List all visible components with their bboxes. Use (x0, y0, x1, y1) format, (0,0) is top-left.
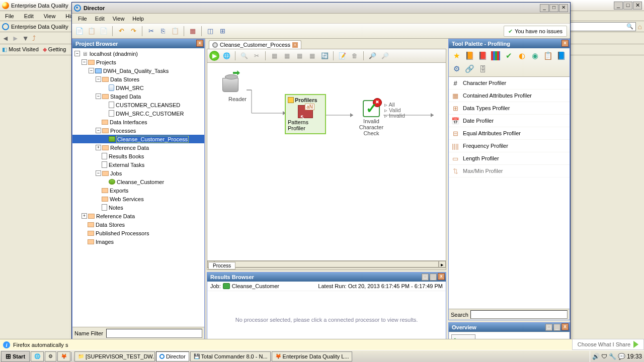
audit-icon[interactable]: ✔ (503, 50, 515, 62)
project-browser-close-button[interactable]: x (196, 40, 203, 47)
note-icon[interactable]: 📝 (337, 50, 348, 61)
system-tray[interactable]: 🔊 🛡 🔧 💬 19:33 (590, 351, 644, 362)
palette-search-input[interactable] (470, 310, 568, 319)
tool-item[interactable]: ⇅Max/Min Profiler (449, 165, 570, 177)
tree-cust-cleansed[interactable]: CUSTOMER_CLEANSED (72, 101, 204, 109)
firefox-close-button[interactable]: ✕ (633, 2, 642, 10)
process-canvas[interactable]: Reader Profilers ↖ Patterns Profiler Inv… (207, 63, 446, 261)
tray-icon[interactable]: 🛡 (601, 353, 607, 360)
tray-icon[interactable]: 🔊 (592, 353, 600, 360)
director-min-button[interactable]: _ (540, 4, 549, 12)
run-button[interactable]: ▶ (209, 51, 219, 61)
project-tree[interactable]: −🖥localhost (dnadmin) −Projects −DWH_Dat… (72, 48, 204, 327)
overview-close-button[interactable]: x (561, 323, 569, 330)
undo-icon[interactable]: ↶ (116, 26, 127, 37)
tree-external-tasks[interactable]: External Tasks (72, 160, 204, 169)
nav-down-icon[interactable]: ▼ (22, 34, 29, 42)
firefox-info-bar[interactable]: i Firefox automatically s (0, 339, 644, 350)
reference-icon[interactable]: 🔗 (463, 63, 475, 75)
canvas-tab-close-button[interactable]: x (292, 42, 298, 48)
transform-icon[interactable]: ◐ (516, 50, 528, 62)
taskbar-item[interactable]: 💾 Total Commander 8.0 - N... (190, 351, 271, 361)
tool-item[interactable]: ||||Frequency Profiler (449, 140, 570, 152)
tree-server[interactable]: −🖥localhost (dnadmin) (72, 49, 204, 58)
taskbar-item[interactable]: 📁 [SUPERVISOR_TEST_DW... (74, 351, 155, 361)
tree-cleanse-process[interactable]: Cleanse_Customer_Process (72, 135, 204, 143)
nav-up-icon[interactable]: ⤴ (32, 34, 36, 42)
quicklaunch-firefox-icon[interactable]: 🦊 (57, 351, 70, 361)
align1-icon[interactable]: ▦ (269, 50, 280, 61)
job-name[interactable]: Cleanse_Customer (232, 283, 279, 289)
tree-exports[interactable]: Exports (72, 186, 204, 195)
scroll-right-icon[interactable]: ▸ (439, 261, 446, 267)
product-icon[interactable]: 📘 (555, 50, 567, 62)
tool-item[interactable]: ⊟Equal Attributes Profiler (449, 127, 570, 140)
menu-view[interactable]: View (110, 15, 128, 23)
read-icon[interactable]: 📙 (463, 50, 475, 62)
delete-icon[interactable]: ▦ (187, 26, 198, 37)
zoom-in-icon[interactable]: 🔍 (238, 50, 250, 61)
bookmark-most-visited[interactable]: ◧ Most Visited (2, 46, 39, 53)
tree-results-books[interactable]: Results Books (72, 152, 204, 160)
db-icon[interactable]: 🗄 (476, 63, 489, 75)
tool-palette-close-button[interactable]: x (561, 40, 569, 47)
canvas-hscroll[interactable]: ◂ ▸ (207, 261, 446, 268)
name-filter-input[interactable] (106, 329, 202, 338)
write-icon[interactable]: 📕 (476, 50, 489, 62)
tool-item[interactable]: ▦Contained Attributes Profiler (449, 89, 570, 102)
favorites-icon[interactable]: ★ (450, 50, 462, 62)
start-button[interactable]: ⊞ Start (1, 351, 30, 362)
refresh-icon[interactable]: 🔄 (319, 50, 330, 61)
quicklaunch-ie-icon[interactable]: 🌐 (31, 351, 44, 361)
tree-proj1[interactable]: −DWH_Data_Quality_Tasks (72, 66, 204, 75)
tool-item[interactable]: ▭Length Profiler (449, 152, 570, 165)
results-max-button[interactable]: □ (422, 274, 429, 281)
text-icon[interactable]: 📋 (542, 50, 554, 62)
director-close-button[interactable]: ✕ (559, 4, 568, 12)
redo-icon[interactable]: ↷ (128, 26, 139, 37)
choose-share-button[interactable]: Choose What I Share (572, 339, 644, 350)
tray-icon[interactable]: 💬 (618, 353, 625, 360)
tree-processes[interactable]: −Processes (72, 126, 204, 135)
new-icon[interactable]: 📄 (74, 26, 85, 37)
profilers-group[interactable]: Profilers ↖ Patterns Profiler (285, 94, 326, 134)
nav-back-icon[interactable]: ◄ (2, 34, 9, 42)
paste2-icon[interactable]: 📋 (170, 26, 181, 37)
tree-data-stores[interactable]: −Data Stores (72, 75, 204, 83)
firefox-max-button[interactable]: □ (623, 2, 632, 10)
tree-images[interactable]: Images (72, 237, 204, 246)
tree-projects[interactable]: −Projects (72, 58, 204, 66)
quicklaunch-app-icon[interactable]: ⚙ (45, 351, 56, 361)
firefox-menu-edit[interactable]: Edit (21, 12, 37, 20)
paste-icon[interactable]: 📄 (98, 26, 109, 37)
copy-icon[interactable]: 📋 (86, 26, 97, 37)
director-titlebar[interactable]: Director _ □ ✕ (72, 3, 570, 14)
taskbar-item[interactable]: Director (156, 351, 189, 361)
tree-reference-data2[interactable]: +Reference Data (72, 212, 204, 220)
globe-icon[interactable]: 🌐 (221, 50, 232, 61)
tree-dwh-src[interactable]: DWH_SRC (72, 83, 204, 92)
overview-min-button[interactable]: _ (553, 324, 560, 331)
tree-staged-data[interactable]: −Staged Data (72, 92, 204, 101)
overview-max-button[interactable]: □ (545, 324, 552, 331)
results-close-button[interactable]: x (438, 273, 445, 280)
firefox-min-button[interactable]: _ (614, 2, 623, 10)
cluster-icon[interactable]: ⚙ (450, 63, 462, 75)
tool-item[interactable]: 📅Date Profiler (449, 115, 570, 127)
menu-edit[interactable]: Edit (92, 15, 108, 23)
tree-jobs[interactable]: −Jobs (72, 169, 204, 177)
search-icon[interactable]: 🔍 (626, 23, 633, 30)
tree-dwh-src-cust[interactable]: DWH_SRC.C_CUSTOMER (72, 109, 204, 118)
zoom2-icon[interactable]: 🔎 (379, 50, 390, 61)
menu-file[interactable]: File (75, 15, 90, 23)
firefox-menu-view[interactable]: View (41, 12, 59, 20)
cut-icon[interactable]: ✂ (145, 26, 156, 37)
clock[interactable]: 19:33 (627, 353, 642, 360)
home-icon[interactable]: ⌂ (638, 23, 642, 31)
browser-tab-label[interactable]: Enterprise Data Quality (11, 24, 68, 30)
align4-icon[interactable]: ▦ (306, 50, 317, 61)
tool-item[interactable]: #Character Profiler (449, 77, 570, 89)
firefox-menu-file[interactable]: File (2, 12, 17, 20)
bookmark-getting[interactable]: ◆ Getting (43, 46, 66, 53)
tool-item[interactable]: ⊞Data Types Profiler (449, 102, 570, 115)
